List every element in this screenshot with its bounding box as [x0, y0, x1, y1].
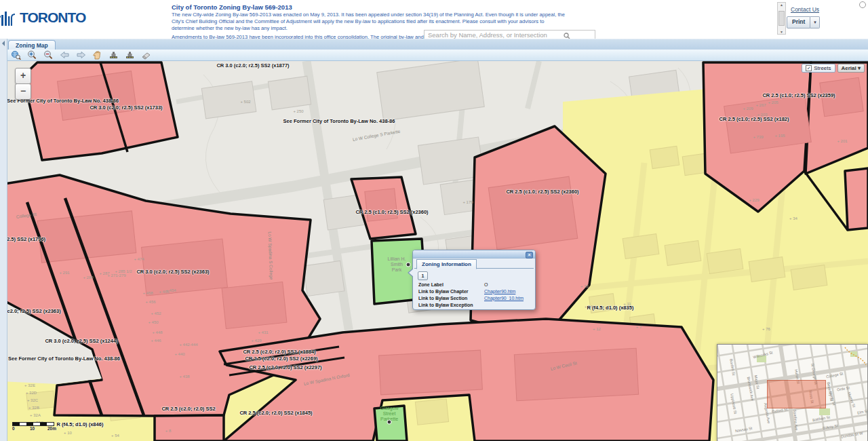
house-number: + 739: [753, 135, 763, 139]
popup-bylaw-link[interactable]: Chapter90.htm: [484, 289, 515, 294]
house-number: + 209: [743, 107, 753, 111]
popup-callout-arrow: [409, 269, 414, 277]
house-number: + 32D: [26, 391, 37, 395]
scale-bar-ticks: 0 10 20m: [12, 426, 57, 432]
eraser-icon[interactable]: [141, 50, 151, 60]
zone-label: CR 3.0 (c2.0; r2.5) SS2 (x1244): [45, 338, 117, 344]
house-number: + 438: [179, 375, 189, 379]
minimap-extent-box[interactable]: [767, 380, 826, 408]
print-button-group: Print ▼: [787, 16, 820, 28]
scroll-thumb[interactable]: [778, 11, 785, 26]
zone-label: See Former City of Toronto By-Law No. 43…: [283, 118, 395, 124]
pan-icon[interactable]: [92, 50, 102, 60]
zone-label: CR 2.5 (c2.0; r2.0) SS2 (x1845): [239, 410, 312, 416]
overview-minimap[interactable]: Willcocks StCollege StOxford StBaldwin S…: [717, 344, 868, 441]
scale-tick: 0: [12, 426, 15, 431]
popup-row-label: Link to Bylaw Exception: [418, 303, 484, 307]
scroll-up-icon[interactable]: ▲: [780, 3, 783, 7]
toronto-logo: TORONTO: [0, 8, 85, 27]
popup-titlebar[interactable]: [413, 250, 535, 258]
streets-checkbox-icon[interactable]: ✓: [806, 65, 812, 71]
result-page-button[interactable]: 1: [418, 271, 428, 280]
scroll-down-icon[interactable]: ▼: [780, 30, 783, 34]
house-number: + 201: [837, 139, 847, 143]
house-number: + 450: [148, 320, 158, 324]
zone-label: R (f4.5; d1.0) (x835): [587, 305, 634, 311]
park-label: Lillian H. Smith Park: [388, 256, 406, 273]
zone-label: CR 2.5 (c2.0; r2.0) SS2: [161, 406, 215, 412]
house-number: + 267: [755, 103, 766, 107]
identify-icon[interactable]: [108, 50, 119, 60]
aerial-label: Aerial: [842, 65, 856, 71]
house-number: + 229: [749, 198, 759, 202]
map-toolbar: [0, 50, 868, 61]
collapse-arrow-icon[interactable]: [1, 41, 5, 46]
popup-row-label: Link to Bylaw Section: [418, 296, 484, 301]
park-marker-icon[interactable]: [387, 420, 392, 425]
zone-label: CR 3.0 (c2.0; r2.5) SS2 (x1733): [90, 104, 162, 111]
zone-label: CR 3.0 (c2.0; r2.5) SS2 (x2363): [136, 269, 209, 275]
house-number: + 250: [293, 109, 303, 113]
house-number: + 32C: [27, 398, 38, 402]
header-corner-icon[interactable]: [859, 1, 866, 8]
house-number: + 12: [593, 327, 601, 331]
house-number: + 76: [762, 327, 770, 331]
map-zoom-control: + −: [15, 68, 31, 100]
house-number: + 195: [774, 134, 785, 138]
house-number: + 448: [152, 330, 162, 334]
toronto-skyline-icon: [0, 8, 18, 27]
popup-tab-zoning-information[interactable]: Zoning Information: [416, 259, 477, 269]
map-canvas[interactable]: CR 3.0 (c2.0; r2.5) SS2 (x1877)See Forme…: [0, 61, 868, 441]
contact-us-link[interactable]: Contact Us: [791, 6, 819, 13]
tab-zoning-map[interactable]: Zoning Map: [8, 40, 56, 50]
zone-label: CR 2.5 (c1.0; r2.5) SS2 (x2360): [355, 209, 428, 215]
basemap-switcher: ✓ Streets Aerial ▾: [802, 64, 865, 73]
zone-label: R (f4.5; d1.0) (x846): [57, 421, 104, 427]
popup-close-icon[interactable]: ×: [526, 252, 533, 258]
zone-label: CR 2.5 (c1.0; r2.5) SS2 (x2360): [506, 189, 578, 195]
house-number: + 10: [64, 431, 72, 435]
zone-label: CR 2.5 (c2.0; r2.0) SS2 (x2269): [245, 356, 317, 362]
next-extent-icon[interactable]: [76, 50, 86, 60]
zone-label: CR 2.5 (c1.0; r2.5) SS2 (x182): [719, 116, 789, 122]
header: TORONTO City of Toronto Zoning By-law 56…: [0, 0, 868, 39]
search-icon[interactable]: [564, 30, 570, 37]
previous-extent-icon[interactable]: [60, 50, 70, 60]
zoom-in-icon[interactable]: [27, 50, 37, 60]
map-zoom-out-button[interactable]: −: [15, 83, 31, 100]
zone-label: See Former City of Toronto By-Law No. 43…: [8, 356, 120, 362]
zoom-out-icon[interactable]: [43, 50, 54, 60]
select-icon[interactable]: [125, 50, 135, 60]
map-zoom-in-button[interactable]: +: [15, 68, 31, 84]
full-extent-icon[interactable]: [11, 50, 21, 60]
house-number: + 440: [174, 352, 184, 356]
zone-label: (c2.0; r2.5) SS2 (x2363): [5, 308, 61, 314]
popup-row: Link to Bylaw ChapterChapter90.htm: [418, 288, 532, 294]
popup-row: Link to Bylaw Exception: [418, 301, 532, 308]
streets-toggle[interactable]: ✓ Streets: [802, 64, 835, 73]
zoning-info-popup: × Zoning Information 1 Zone LabelOLink t…: [412, 250, 536, 310]
popup-row: Link to Bylaw SectionChapter90_10.htm: [418, 294, 532, 301]
house-number: + 34: [789, 216, 797, 220]
park-marker-icon[interactable]: [406, 263, 411, 267]
print-dropdown-caret[interactable]: ▼: [810, 16, 820, 28]
zone-label: CR 3.0 (c2.0; r2.5) SS2 (x1877): [216, 62, 289, 69]
streets-label: Streets: [814, 65, 831, 71]
logo-wordmark: TORONTO: [20, 9, 85, 26]
zone-label: 2.5) SS2 (x1796): [7, 236, 45, 242]
popup-bylaw-link[interactable]: Chapter90_10.htm: [484, 296, 524, 301]
print-button[interactable]: Print: [787, 16, 810, 28]
house-number: + 442-444: [179, 343, 197, 347]
house-number: + 431: [258, 330, 268, 334]
aerial-button[interactable]: Aerial ▾: [837, 64, 865, 73]
house-number: + 54: [111, 434, 119, 438]
house-number: + 287: [99, 271, 109, 275]
left-collapse-strip[interactable]: [0, 39, 7, 441]
house-number: + 32A: [30, 413, 41, 417]
popup-row-label: Zone Label: [418, 282, 484, 287]
house-number: + 32E: [24, 383, 35, 387]
header-scrollbar[interactable]: ▲ ▼: [777, 2, 786, 35]
tab-bar: Zoning Map: [0, 39, 868, 50]
scale-tick: 20m: [47, 426, 56, 431]
house-number: + 32B: [28, 406, 39, 410]
